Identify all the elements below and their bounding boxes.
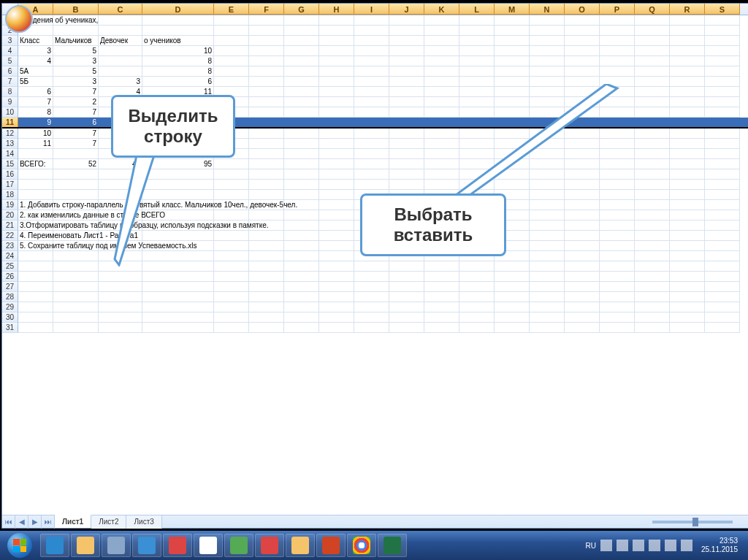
cell-O23[interactable] (565, 241, 600, 251)
cell-A31[interactable] (18, 323, 53, 333)
col-header-L[interactable]: L (459, 4, 495, 15)
cell-P25[interactable] (600, 261, 635, 272)
cell-B17[interactable] (53, 180, 99, 190)
cell-J3[interactable] (389, 36, 424, 46)
row-header-28[interactable]: 28 (2, 292, 18, 302)
cell-F17[interactable] (249, 180, 284, 190)
cell-F13[interactable] (249, 139, 284, 149)
cell-F18[interactable] (249, 190, 284, 200)
taskbar-app-2[interactable] (132, 534, 161, 557)
cell-G21[interactable] (284, 220, 319, 231)
cell-Q23[interactable] (635, 241, 670, 251)
cell-L26[interactable] (459, 272, 495, 282)
cell-I4[interactable] (354, 46, 389, 56)
cell-F26[interactable] (249, 272, 284, 282)
cell-F5[interactable] (249, 56, 284, 66)
cell-A16[interactable] (18, 169, 53, 180)
cell-K28[interactable] (424, 292, 459, 302)
cell-S9[interactable] (705, 97, 740, 107)
cell-J4[interactable] (389, 46, 424, 56)
cell-F25[interactable] (249, 261, 284, 272)
cell-F31[interactable] (249, 323, 284, 333)
cell-E29[interactable] (214, 302, 249, 312)
cell-J10[interactable] (389, 107, 424, 118)
cell-Q22[interactable] (635, 231, 670, 241)
cell-D27[interactable] (142, 282, 214, 292)
col-header-F[interactable]: F (249, 4, 284, 15)
cell-Q25[interactable] (635, 261, 670, 272)
cell-A24[interactable] (18, 251, 53, 261)
cell-Q17[interactable] (635, 180, 670, 190)
cell-H8[interactable] (319, 87, 354, 97)
col-header-P[interactable]: P (600, 4, 635, 15)
cell-B5[interactable]: 3 (53, 56, 99, 66)
row-header-25[interactable]: 25 (2, 261, 18, 272)
cell-M28[interactable] (495, 292, 530, 302)
cell-B31[interactable] (53, 323, 99, 333)
cell-B8[interactable]: 7 (53, 87, 99, 97)
tray-network-icon[interactable] (633, 540, 644, 551)
cell-L25[interactable] (459, 261, 495, 272)
cell-P22[interactable] (600, 231, 635, 241)
cell-H26[interactable] (319, 272, 354, 282)
cell-I15[interactable] (354, 159, 389, 169)
cell-G25[interactable] (284, 261, 319, 272)
cell-S7[interactable] (705, 77, 740, 87)
cell-C30[interactable] (99, 312, 142, 323)
cell-A8[interactable]: 6 (18, 87, 53, 97)
cell-N23[interactable] (530, 241, 565, 251)
cell-H22[interactable] (319, 231, 354, 241)
row-header-5[interactable]: 5 (2, 56, 18, 66)
cell-S17[interactable] (705, 180, 740, 190)
cell-H18[interactable] (319, 190, 354, 200)
cell-I2[interactable] (354, 26, 389, 36)
cell-E25[interactable] (214, 261, 249, 272)
row-header-27[interactable]: 27 (2, 282, 18, 292)
cell-I10[interactable] (354, 107, 389, 118)
row-header-8[interactable]: 8 (2, 87, 18, 97)
cell-P26[interactable] (600, 272, 635, 282)
sheet-nav-first-icon[interactable]: ⏮ (2, 515, 15, 529)
cell-H2[interactable] (319, 26, 354, 36)
cell-H25[interactable] (319, 261, 354, 272)
cell-E1[interactable] (214, 15, 249, 26)
cell-J31[interactable] (389, 323, 424, 333)
cell-H14[interactable] (319, 149, 354, 159)
cell-S21[interactable] (705, 220, 740, 231)
taskbar-excel-icon[interactable] (378, 534, 407, 557)
cell-H3[interactable] (319, 36, 354, 46)
cell-B26[interactable] (53, 272, 99, 282)
cell-F22[interactable] (249, 231, 284, 241)
cell-J8[interactable] (389, 87, 424, 97)
cell-A7[interactable]: 5Б (18, 77, 53, 87)
zoom-slider[interactable] (652, 521, 733, 523)
cell-Q31[interactable] (635, 323, 670, 333)
cell-G27[interactable] (284, 282, 319, 292)
cell-A23[interactable]: 5. Сохраните таблицу под именем Успеваем… (18, 241, 53, 251)
cell-R31[interactable] (670, 323, 705, 333)
cell-J30[interactable] (389, 312, 424, 323)
cell-R14[interactable] (670, 149, 705, 159)
cell-Q1[interactable] (635, 15, 670, 26)
cell-M6[interactable] (495, 66, 530, 77)
row-header-19[interactable]: 19 (2, 200, 18, 210)
cell-H9[interactable] (319, 97, 354, 107)
cell-O27[interactable] (565, 282, 600, 292)
cell-S25[interactable] (705, 261, 740, 272)
cell-O25[interactable] (565, 261, 600, 272)
cell-H6[interactable] (319, 66, 354, 77)
cell-J25[interactable] (389, 261, 424, 272)
cell-P5[interactable] (600, 56, 635, 66)
cell-J11[interactable] (389, 118, 424, 128)
cell-I1[interactable] (354, 15, 389, 26)
cell-Q26[interactable] (635, 272, 670, 282)
cell-A4[interactable]: 3 (18, 46, 53, 56)
cell-R16[interactable] (670, 169, 705, 180)
cell-D4[interactable]: 10 (142, 46, 214, 56)
row-header-22[interactable]: 22 (2, 231, 18, 241)
cell-S31[interactable] (705, 323, 740, 333)
taskbar-app-5[interactable] (224, 534, 253, 557)
cell-B14[interactable] (53, 149, 99, 159)
cell-I5[interactable] (354, 56, 389, 66)
cell-K26[interactable] (424, 272, 459, 282)
